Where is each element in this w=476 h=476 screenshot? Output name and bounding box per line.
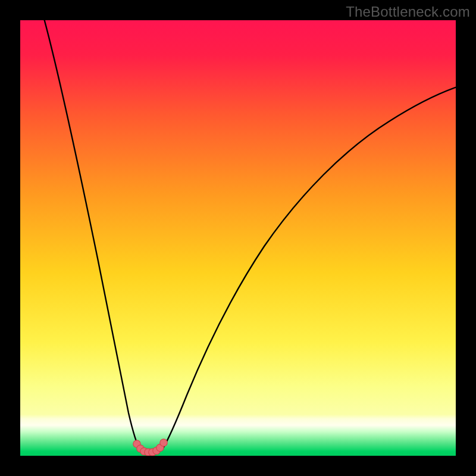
plot-area [20, 20, 456, 456]
valley-dots [133, 439, 167, 456]
left-curve [43, 20, 140, 449]
curve-layer [20, 20, 456, 456]
right-curve [162, 86, 456, 449]
svg-point-8 [160, 439, 167, 446]
watermark-text: TheBottleneck.com [346, 4, 470, 20]
chart-frame: TheBottleneck.com [0, 0, 476, 476]
